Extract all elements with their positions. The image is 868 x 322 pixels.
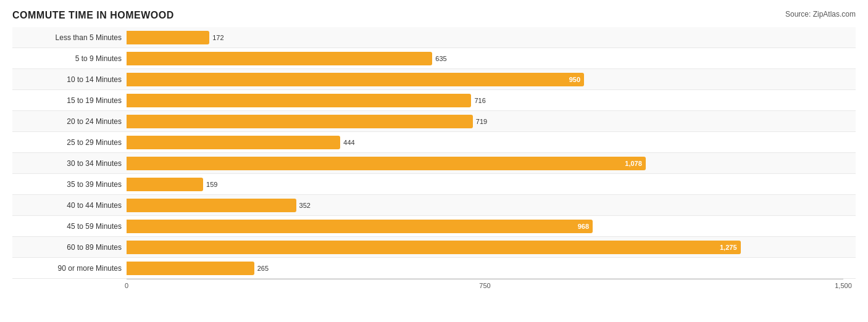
- bar-value: 968: [578, 223, 589, 230]
- bar-row: Less than 5 Minutes172: [12, 27, 856, 48]
- bar-label: 35 to 39 Minutes: [12, 180, 127, 189]
- bar-row: 15 to 19 Minutes716: [12, 90, 856, 111]
- bar: 1,078: [127, 157, 646, 170]
- bar-row: 25 to 29 Minutes444: [12, 132, 856, 153]
- x-tick-label: 0: [125, 282, 128, 289]
- bar: 968: [127, 220, 593, 233]
- bar-value: 716: [474, 97, 485, 104]
- bar: 352: [127, 199, 296, 212]
- bar-area: 1,078: [127, 153, 856, 173]
- bar-row: 5 to 9 Minutes635: [12, 48, 856, 69]
- bar-label: 45 to 59 Minutes: [12, 222, 127, 231]
- x-axis: 07501,500: [127, 279, 843, 294]
- bar-label: 60 to 89 Minutes: [12, 243, 127, 252]
- bar-value: 352: [299, 202, 311, 209]
- bar-label: 10 to 14 Minutes: [12, 75, 127, 84]
- bar: 716: [127, 94, 471, 107]
- bar-area: 159: [127, 174, 856, 194]
- bar: 444: [127, 136, 340, 149]
- bar-area: 716: [127, 90, 856, 110]
- bar-value: 159: [206, 181, 217, 188]
- bar-area: 352: [127, 195, 856, 215]
- bar: 172: [127, 31, 209, 44]
- chart-container: COMMUTE TIME IN HOMEWOOD Source: ZipAtla…: [0, 0, 868, 322]
- chart-header: COMMUTE TIME IN HOMEWOOD Source: ZipAtla…: [12, 10, 856, 21]
- x-tick-label: 1,500: [835, 282, 852, 289]
- bar-row: 30 to 34 Minutes1,078: [12, 153, 856, 174]
- x-tick-label: 750: [479, 282, 490, 289]
- bar-row: 60 to 89 Minutes1,275: [12, 237, 856, 258]
- bar-area: 1,275: [127, 237, 856, 257]
- bar-value: 719: [476, 118, 487, 125]
- bar-value: 635: [435, 55, 446, 62]
- bar-row: 45 to 59 Minutes968: [12, 216, 856, 237]
- bar-area: 635: [127, 48, 856, 68]
- bar-value: 265: [257, 265, 269, 272]
- bar: 719: [127, 115, 473, 128]
- bar-row: 10 to 14 Minutes950: [12, 69, 856, 90]
- bar-area: 968: [127, 216, 856, 236]
- bar-row: 35 to 39 Minutes159: [12, 174, 856, 195]
- bar-label: 15 to 19 Minutes: [12, 96, 127, 105]
- bar: 635: [127, 52, 432, 65]
- bar-area: 265: [127, 258, 856, 278]
- bar-value: 444: [343, 139, 354, 146]
- bar-value: 950: [569, 76, 580, 83]
- bar-row: 90 or more Minutes265: [12, 258, 856, 279]
- chart-body: Less than 5 Minutes1725 to 9 Minutes6351…: [12, 27, 856, 279]
- bar-row: 20 to 24 Minutes719: [12, 111, 856, 132]
- bar-label: 90 or more Minutes: [12, 264, 127, 273]
- bar-label: Less than 5 Minutes: [12, 33, 127, 42]
- bar: 1,275: [127, 241, 741, 254]
- bar-area: 950: [127, 69, 856, 89]
- bar-label: 5 to 9 Minutes: [12, 54, 127, 63]
- bar-area: 444: [127, 132, 856, 152]
- bar: 265: [127, 262, 254, 275]
- chart-source: Source: ZipAtlas.com: [785, 10, 856, 19]
- bar: 950: [127, 73, 584, 86]
- chart-title: COMMUTE TIME IN HOMEWOOD: [12, 10, 174, 21]
- bar-value: 172: [212, 34, 223, 41]
- bar: 159: [127, 178, 203, 191]
- bar-label: 30 to 34 Minutes: [12, 159, 127, 168]
- bar-area: 719: [127, 111, 856, 131]
- bar-value: 1,078: [625, 160, 642, 167]
- bar-label: 25 to 29 Minutes: [12, 138, 127, 147]
- bar-label: 40 to 44 Minutes: [12, 201, 127, 210]
- bar-label: 20 to 24 Minutes: [12, 117, 127, 126]
- bar-area: 172: [127, 27, 856, 47]
- bar-row: 40 to 44 Minutes352: [12, 195, 856, 216]
- bar-value: 1,275: [720, 244, 737, 251]
